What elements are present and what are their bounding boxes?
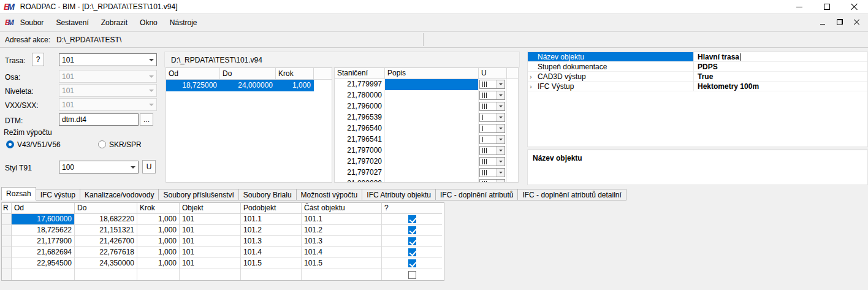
- u-type-select[interactable]: [479, 124, 505, 133]
- popis-cell[interactable]: [385, 167, 479, 178]
- station-row[interactable]: 21,780000: [335, 90, 518, 101]
- tab-rozsah[interactable]: Rozsah: [1, 187, 36, 200]
- popis-cell[interactable]: [385, 101, 479, 112]
- cell-cast[interactable]: 101.2: [302, 225, 382, 236]
- mdi-close-button[interactable]: [850, 17, 864, 28]
- u-type-select[interactable]: [479, 168, 505, 177]
- chevron-down-icon[interactable]: [496, 124, 504, 132]
- station-row[interactable]: 21,796540: [335, 123, 518, 134]
- cell-objekt[interactable]: 101: [180, 236, 241, 247]
- menu-okno[interactable]: Okno: [134, 14, 164, 31]
- u-type-select[interactable]: [479, 179, 505, 183]
- cell-do[interactable]: 18,682220: [75, 214, 137, 225]
- station-row[interactable]: 21,797027: [335, 167, 518, 178]
- station-row[interactable]: 21,796000: [335, 101, 518, 112]
- station-value[interactable]: 21,779997: [335, 79, 385, 90]
- station-value[interactable]: 21,796541: [335, 134, 385, 145]
- cell-od[interactable]: [12, 269, 75, 280]
- property-row[interactable]: › CAD3D výstup True: [528, 72, 867, 82]
- document-logo-icon[interactable]: B M: [5, 18, 14, 27]
- row-checkbox[interactable]: [408, 215, 416, 223]
- cell-do[interactable]: 24,350000: [75, 258, 137, 269]
- cell-od[interactable]: 22,954500: [12, 258, 75, 269]
- chevron-down-icon[interactable]: [496, 147, 504, 155]
- row-header[interactable]: [2, 258, 12, 269]
- close-button[interactable]: [840, 0, 868, 13]
- help-button[interactable]: ?: [32, 53, 44, 66]
- cell-krok[interactable]: 1,000: [137, 225, 180, 236]
- minimize-button[interactable]: [785, 0, 813, 13]
- tab-moznosti-vypoctu[interactable]: Možnosti výpočtu: [296, 189, 363, 200]
- col-krok[interactable]: Krok: [276, 68, 314, 80]
- cell-do[interactable]: [75, 269, 137, 280]
- cell-krok[interactable]: 1,000: [137, 258, 180, 269]
- property-row[interactable]: › IFC Výstup Hektometry 100m: [528, 82, 867, 91]
- grid-new-row[interactable]: [2, 269, 444, 280]
- u-type-select[interactable]: [479, 102, 505, 111]
- popis-cell[interactable]: [385, 145, 479, 156]
- cell-podobjekt[interactable]: [241, 269, 302, 280]
- station-value[interactable]: 21,796539: [335, 112, 385, 123]
- popis-cell[interactable]: [385, 134, 479, 145]
- chevron-down-icon[interactable]: [496, 102, 504, 110]
- popis-cell[interactable]: [385, 123, 479, 134]
- cell-podobjekt[interactable]: 101.4: [241, 247, 302, 258]
- u-type-select[interactable]: [479, 91, 505, 100]
- u-type-select[interactable]: [479, 146, 505, 155]
- col-question[interactable]: ?: [382, 203, 442, 214]
- grid-row[interactable]: 21,177900 21,426700 1,000 101 101.3 101.…: [2, 236, 444, 247]
- chevron-down-icon[interactable]: [496, 169, 504, 177]
- mdi-minimize-button[interactable]: [815, 17, 830, 28]
- cell-do[interactable]: 21,151321: [75, 225, 137, 236]
- radio-v43-label[interactable]: V43/V51/V56: [17, 139, 61, 151]
- col-do[interactable]: Do: [75, 203, 137, 214]
- grid-row[interactable]: 17,600000 18,682220 1,000 101 101.1 101.…: [2, 214, 444, 225]
- col-krok[interactable]: Krok: [137, 203, 180, 214]
- cell-podobjekt[interactable]: 101.3: [241, 236, 302, 247]
- radio-v43-v51-v56[interactable]: [6, 140, 14, 148]
- popis-cell[interactable]: [385, 112, 479, 123]
- grid-row[interactable]: 18,725622 21,151321 1,000 101 101.2 101.…: [2, 225, 444, 236]
- cell-podobjekt[interactable]: 101.5: [241, 258, 302, 269]
- station-value[interactable]: 21,800000: [335, 178, 385, 183]
- cell-od[interactable]: 17,600000: [12, 214, 75, 225]
- cell-podobjekt[interactable]: 101.2: [241, 225, 302, 236]
- property-value[interactable]: Hlavní trasa: [693, 52, 867, 62]
- u-type-select[interactable]: [479, 113, 505, 122]
- row-header[interactable]: [2, 214, 12, 225]
- station-value[interactable]: 21,780000: [335, 90, 385, 101]
- menu-zobrazit[interactable]: Zobrazit: [95, 14, 134, 31]
- chevron-down-icon[interactable]: [496, 80, 504, 88]
- row-checkbox[interactable]: [408, 226, 416, 234]
- tab-ifc-atributy[interactable]: IFC Atributy objektu: [362, 189, 436, 200]
- chevron-down-icon[interactable]: [496, 91, 504, 99]
- cell-do[interactable]: 21,426700: [75, 236, 137, 247]
- menu-soubor[interactable]: Soubor: [14, 14, 50, 31]
- range-od[interactable]: 18,725000: [166, 80, 220, 91]
- menu-nastroje[interactable]: Nástroje: [164, 14, 204, 31]
- range-do[interactable]: 24,000000: [220, 80, 276, 91]
- row-header[interactable]: [2, 225, 12, 236]
- tab-kanalizace[interactable]: Kanalizace/vodovody: [80, 189, 159, 200]
- popis-cell[interactable]: [385, 156, 479, 167]
- row-checkbox[interactable]: [408, 259, 416, 267]
- grid-row[interactable]: 22,954500 24,350000 1,000 101 101.5 101.…: [2, 258, 444, 269]
- radio-skr-spr[interactable]: [98, 140, 106, 148]
- row-header[interactable]: [2, 247, 12, 258]
- station-row[interactable]: 21,800000: [335, 178, 518, 183]
- cell-objekt[interactable]: 101: [180, 225, 241, 236]
- property-label[interactable]: IFC Výstup: [528, 82, 693, 91]
- cell-krok[interactable]: [137, 269, 180, 280]
- expander-icon[interactable]: ›: [530, 72, 536, 82]
- station-value[interactable]: 21,796540: [335, 123, 385, 134]
- row-header[interactable]: [2, 236, 12, 247]
- cell-cast[interactable]: [302, 269, 382, 280]
- cell-od[interactable]: 21,177900: [12, 236, 75, 247]
- cell-objekt[interactable]: 101: [180, 247, 241, 258]
- station-value[interactable]: 21,797000: [335, 145, 385, 156]
- dtm-input[interactable]: dtm.dt4: [59, 113, 139, 126]
- property-label[interactable]: Název objektu: [528, 52, 693, 62]
- station-row[interactable]: 21,797020: [335, 156, 518, 167]
- cell-od[interactable]: 18,725622: [12, 225, 75, 236]
- col-u[interactable]: U: [479, 68, 507, 79]
